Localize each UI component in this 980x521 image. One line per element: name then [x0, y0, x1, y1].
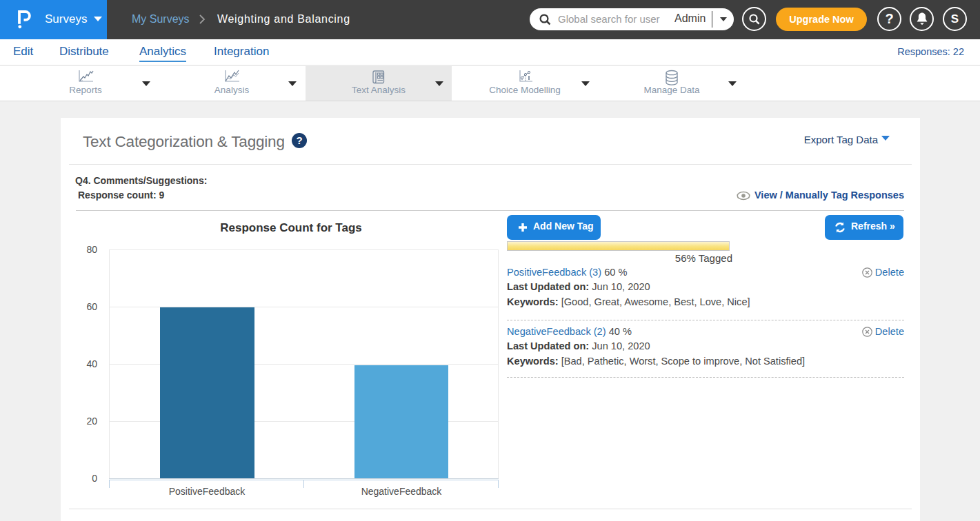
- svg-text:0: 0: [92, 473, 97, 484]
- svg-text:Response Count for Tags: Response Count for Tags: [220, 221, 362, 234]
- svg-text:20: 20: [86, 416, 97, 427]
- svg-text:60: 60: [86, 301, 97, 312]
- svg-text:80: 80: [86, 244, 97, 255]
- svg-text:NegativeFeedback: NegativeFeedback: [361, 486, 443, 497]
- svg-text:PositiveFeedback: PositiveFeedback: [169, 486, 246, 497]
- svg-text:40: 40: [86, 358, 97, 369]
